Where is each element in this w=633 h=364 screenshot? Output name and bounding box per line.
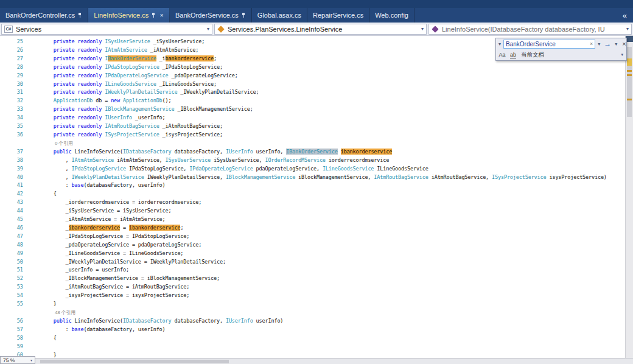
find-next-button[interactable]: → — [603, 40, 612, 47]
code-line[interactable]: 60 } — [0, 351, 633, 358]
code-line[interactable]: 31 private readonly IWeeklyPlanDetailSer… — [0, 88, 633, 97]
code-token: { — [29, 335, 57, 341]
line-number: 49 — [0, 250, 29, 258]
code-line[interactable]: 47 _IPdaStopLogService = IPdaStopLogServ… — [0, 233, 633, 241]
tab-bankordercontroller-cs[interactable]: BankOrderController.cs — [0, 8, 88, 23]
code-line[interactable]: 36 private readonly ISysProjectService _… — [0, 131, 633, 139]
line-number: 35 — [0, 122, 29, 131]
vertical-scrollbar-thumb[interactable] — [627, 47, 632, 117]
type-dropdown[interactable]: Services.PlanServices.LineInfoService ▾ — [214, 24, 427, 35]
pin-icon[interactable] — [78, 12, 82, 18]
codelens-row[interactable]: 48 个引用 — [0, 309, 633, 317]
tab-lineinfoservice-cs[interactable]: LineInfoService.cs✕ — [88, 8, 170, 23]
code-text: public LineInfoService(IDatabaseFactory … — [29, 148, 633, 156]
codelens-references-link[interactable]: 0 个引用 — [29, 141, 73, 146]
code-token: _i — [156, 55, 166, 61]
tab-bankorderservice-cs[interactable]: BankOrderService.cs — [170, 8, 252, 23]
code-line[interactable]: 32 ApplicationDb db = new ApplicationDb(… — [0, 97, 633, 105]
code-line[interactable]: 55 } — [0, 300, 633, 309]
code-line[interactable]: 53 _iAtmRoutBagService = iAtmRoutBagServ… — [0, 283, 633, 292]
code-line[interactable]: 42 { — [0, 190, 633, 198]
code-line[interactable]: 45 _iAtmAtmService = iAtmAtmService; — [0, 215, 633, 224]
method-icon — [432, 26, 438, 32]
code-text: ApplicationDb db = new ApplicationDb(); — [29, 97, 633, 105]
search-options-dropdown-icon[interactable]: ▾ — [596, 41, 601, 47]
clear-search-icon[interactable]: × — [588, 41, 595, 47]
code-token: _ILineGoodsService; — [156, 81, 217, 87]
codelens-row[interactable]: 0 个引用 — [0, 139, 633, 148]
code-line[interactable]: 28 private readonly IPdaStopLogService _… — [0, 63, 633, 72]
zoom-control[interactable]: 75 % ▾ — [0, 356, 35, 364]
code-line[interactable]: 50 _IWeeklyPlanDetailService = IWeeklyPl… — [0, 258, 633, 267]
code-line[interactable]: 46 _ibankorderservice = ibankorderservic… — [0, 224, 633, 233]
code-line[interactable]: 34 private readonly IUserInfo _userInfo; — [0, 114, 633, 122]
tab-overflow-icon[interactable]: « — [623, 11, 627, 20]
code-text: _userInfo = userInfo; — [29, 266, 633, 275]
code-text — [29, 343, 633, 351]
code-line[interactable]: 54 _isysProjectService = isysProjectServ… — [0, 292, 633, 300]
code-token: bankorderservice — [166, 55, 214, 61]
code-token: _iorderrecordmservice = iorderrecordmser… — [29, 199, 201, 205]
tab-repairservice-cs[interactable]: RepairService.cs — [307, 8, 369, 23]
code-token: db = — [93, 97, 111, 103]
code-line[interactable]: 59 — [0, 343, 633, 351]
find-input-wrap: × — [503, 40, 595, 49]
code-line[interactable]: 52 _IBlockManagementService = iBlockMana… — [0, 275, 633, 283]
chevron-down-icon: ▾ — [207, 26, 209, 32]
code-line[interactable]: 33 private readonly IBlockManagementServ… — [0, 105, 633, 114]
line-number: 55 — [0, 300, 29, 309]
code-line[interactable]: 57 : base(databaseFactory, userInfo) — [0, 326, 633, 334]
project-scope-dropdown[interactable]: C# Services ▾ — [1, 24, 212, 35]
match-case-toggle[interactable]: Aa — [497, 51, 507, 59]
code-line[interactable]: 41 : base(databaseFactory, userInfo) — [0, 181, 633, 190]
code-line[interactable]: 38 , IAtmAtmService iAtmAtmService, ISys… — [0, 156, 633, 165]
code-token: IBlockManagementService — [105, 106, 174, 112]
search-history-dropdown-icon[interactable]: ▾ — [497, 41, 502, 47]
scrollbar-match-mark — [627, 70, 632, 72]
tab-label: LineInfoService.cs — [94, 12, 149, 19]
line-number: 58 — [0, 334, 29, 343]
code-line[interactable]: 37 public LineInfoService(IDatabaseFacto… — [0, 148, 633, 156]
horizontal-scrollbar-thumb[interactable] — [40, 360, 229, 363]
codelens-references-link[interactable]: 48 个引用 — [29, 310, 75, 315]
find-next-dropdown-icon[interactable]: ▾ — [614, 41, 618, 47]
vertical-scrollbar[interactable] — [625, 36, 633, 358]
code-token: IAtmAtmService — [105, 47, 147, 53]
code-text: private readonly ILineGoodsService _ILin… — [29, 80, 633, 89]
code-line[interactable]: 56 public LineInfoService(IDatabaseFacto… — [0, 317, 633, 326]
tab-web-config[interactable]: Web.config — [369, 8, 414, 23]
code-line[interactable]: 51 _userInfo = userInfo; — [0, 266, 633, 275]
code-line[interactable]: 39 , IPdaStopLogService IPdaStopLogServi… — [0, 165, 633, 173]
code-token: _pdaOperateLogService = pdaOperateLogSer… — [29, 242, 201, 248]
tab-global-asax-cs[interactable]: Global.asax.cs — [252, 8, 307, 23]
close-find-icon[interactable]: × — [620, 40, 628, 47]
whole-word-toggle[interactable]: ab — [508, 51, 518, 59]
code-text: , IAtmAtmService iAtmAtmService, ISysUse… — [29, 156, 633, 165]
code-line[interactable]: 35 private readonly IAtmRoutBagService _… — [0, 122, 633, 131]
pin-icon[interactable] — [152, 12, 156, 18]
code-line[interactable]: 30 private readonly ILineGoodsService _I… — [0, 80, 633, 89]
line-number: 36 — [0, 131, 29, 139]
chevron-down-icon: ▾ — [626, 26, 629, 32]
code-line[interactable]: 40 , IWeeklyPlanDetailService IWeeklyPla… — [0, 173, 633, 182]
search-scope-dropdown[interactable]: 当前文档 ▾ — [519, 51, 625, 59]
find-input[interactable] — [504, 41, 588, 47]
code-editor[interactable]: 25 private readonly ISysUserService _iSy… — [0, 36, 633, 358]
code-line[interactable]: 29 private readonly IPdaOperateLogServic… — [0, 72, 633, 80]
code-line[interactable]: 43 _iorderrecordmservice = iorderrecordm… — [0, 198, 633, 207]
code-token: ibankorderservice — [129, 225, 180, 231]
code-line[interactable]: 48 _pdaOperateLogService = pdaOperateLog… — [0, 241, 633, 250]
code-token: IUserInfo — [105, 114, 132, 121]
code-line[interactable]: 44 _iSysUserService = iSysUserService; — [0, 207, 633, 215]
titlebar-strip — [0, 0, 633, 8]
code-token: base — [72, 182, 84, 188]
pin-icon[interactable] — [242, 12, 246, 18]
code-token: private readonly — [29, 131, 105, 138]
code-token: ILineGoodsService — [374, 166, 428, 172]
code-line[interactable]: 58 { — [0, 334, 633, 343]
code-token: private readonly — [29, 114, 105, 121]
line-number: 41 — [0, 181, 29, 190]
code-line[interactable]: 49 _ILineGoodsService = ILineGoodsServic… — [0, 250, 633, 258]
member-dropdown[interactable]: LineInfoService(IDatabaseFactory databas… — [428, 24, 632, 35]
close-tab-icon[interactable]: ✕ — [159, 13, 164, 18]
